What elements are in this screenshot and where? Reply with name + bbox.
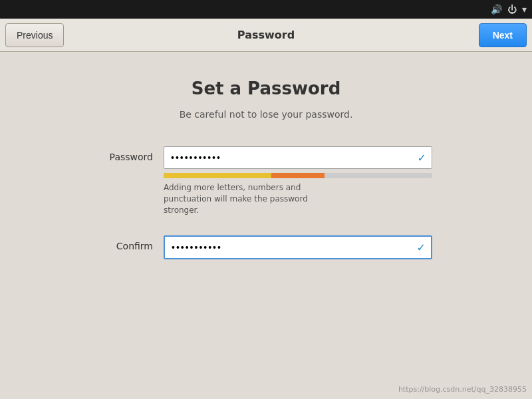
- confirm-input[interactable]: [165, 237, 412, 258]
- strength-bar: [164, 173, 432, 178]
- next-button[interactable]: Next: [479, 23, 527, 47]
- password-row: Password ✓ Adding more letters, numbers …: [100, 146, 432, 215]
- previous-button[interactable]: Previous: [5, 23, 64, 47]
- volume-icon[interactable]: 🔊: [491, 4, 502, 15]
- password-check-icon: ✓: [412, 152, 432, 164]
- strength-hint: Adding more letters, numbers and punctua…: [164, 182, 343, 215]
- password-input[interactable]: [164, 147, 412, 168]
- confirm-row: Confirm ✓: [100, 235, 432, 259]
- nav-bar: Previous Password Next: [0, 19, 532, 52]
- password-field-container: ✓: [164, 146, 432, 169]
- main-content: Set a Password Be careful not to lose yo…: [0, 52, 532, 399]
- form-container: Password ✓ Adding more letters, numbers …: [100, 146, 432, 259]
- nav-title: Password: [237, 29, 295, 41]
- confirm-check-icon: ✓: [412, 241, 431, 254]
- strength-bar-orange: [271, 173, 325, 178]
- url-watermark: https://blog.csdn.net/qq_32838955: [398, 385, 527, 394]
- confirm-input-wrapper: ✓: [164, 235, 432, 259]
- page-title: Set a Password: [192, 78, 341, 98]
- page-subtitle: Be careful not to lose your password.: [180, 109, 353, 120]
- confirm-label: Confirm: [100, 235, 153, 251]
- system-bar: 🔊 ⏻ ▾: [0, 0, 532, 19]
- dropdown-icon[interactable]: ▾: [522, 4, 527, 15]
- power-icon[interactable]: ⏻: [507, 4, 517, 15]
- password-label: Password: [100, 146, 153, 162]
- confirm-field-container: ✓: [164, 235, 432, 259]
- password-input-wrapper: ✓ Adding more letters, numbers and punct…: [164, 146, 432, 215]
- strength-bar-yellow: [164, 173, 271, 178]
